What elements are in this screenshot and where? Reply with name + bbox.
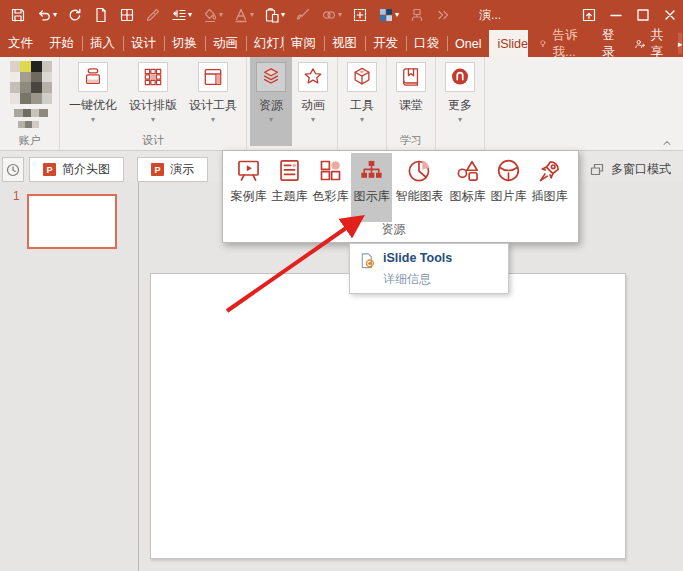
diagram-library-item[interactable]: 图示库: [351, 153, 392, 222]
resources-flyout-menu: 案例库主题库色彩库图示库智能图表图标库图片库插图库 资源: [222, 150, 579, 243]
tabbar-expand-arrow[interactable]: ▸: [678, 33, 683, 54]
ribbon-group-resources: 资源▾动画▾: [247, 57, 338, 150]
ribbon-display-options-button[interactable]: [575, 0, 602, 30]
flyout-item-label: 图片库: [491, 188, 527, 205]
ribbon-button-label: 一键优化: [69, 97, 117, 114]
slide-thumbnail[interactable]: [27, 194, 117, 249]
maximize-button[interactable]: [629, 0, 656, 30]
indent-arrow-button[interactable]: ▾: [169, 5, 194, 25]
ribbon-tab-review[interactable]: 审阅: [283, 30, 324, 57]
undo-icon: [36, 7, 52, 23]
color-library-item[interactable]: 色彩库: [310, 153, 351, 222]
animation-icon: [298, 62, 328, 92]
smart-chart-icon: [406, 157, 433, 184]
format-brush-button[interactable]: [293, 5, 313, 25]
multi-window-mode-button[interactable]: 多窗口模式: [578, 157, 683, 182]
dropdown-caret-icon: ▾: [53, 11, 57, 19]
classroom-icon: [399, 65, 423, 89]
format-brush-icon: [295, 7, 311, 23]
ribbon-tab-pocket[interactable]: 口袋: [406, 30, 447, 57]
theme-library-item[interactable]: 主题库: [269, 153, 310, 222]
ribbon-tab-view[interactable]: 视图: [324, 30, 365, 57]
cell-grid-button[interactable]: [117, 5, 137, 25]
new-file-button[interactable]: [91, 5, 111, 25]
close-icon: [662, 7, 678, 23]
design-tools-icon: [198, 62, 228, 92]
ribbon-tab-file[interactable]: 文件: [0, 30, 41, 57]
tools-button[interactable]: 工具▾: [341, 57, 383, 124]
flyout-item-label: 色彩库: [313, 188, 349, 205]
dropdown-caret-icon: ▾: [458, 116, 462, 124]
ribbon-button-label: 动画: [301, 97, 325, 114]
slide-editing-surface[interactable]: [150, 273, 626, 559]
ink-bucket-button[interactable]: ▾: [200, 5, 225, 25]
dropdown-caret-icon: ▾: [395, 11, 399, 19]
ribbon-tab-onenote[interactable]: Onel: [447, 30, 489, 57]
ribbon-tab-design[interactable]: 设计: [123, 30, 164, 57]
history-button[interactable]: [2, 157, 24, 182]
paste-button[interactable]: ▾: [262, 5, 287, 25]
collapse-ribbon-button[interactable]: [659, 135, 675, 147]
ribbon-tab-transitions[interactable]: 切换: [164, 30, 205, 57]
ribbon-display-options-icon: [581, 7, 597, 23]
ribbon-tab-home[interactable]: 开始: [41, 30, 82, 57]
ribbon-tab-slideshow[interactable]: 幻灯片: [246, 30, 283, 57]
document-tab-label: 演示: [170, 161, 194, 178]
slide-number: 1: [13, 189, 20, 203]
account-avatar[interactable]: [9, 61, 53, 135]
document-tab-1[interactable]: P简介头图: [29, 157, 124, 182]
ribbon-tab-animations[interactable]: 动画: [205, 30, 246, 57]
diagram-library-icon: [358, 157, 385, 184]
multi-window-label: 多窗口模式: [611, 161, 671, 178]
one-key-optimize-button[interactable]: 一键优化▾: [63, 57, 123, 124]
illustration-library-item[interactable]: 插图库: [529, 153, 570, 222]
fit-window-button[interactable]: [350, 5, 370, 25]
ribbon-button-label: 设计工具: [189, 97, 237, 114]
close-button[interactable]: [656, 0, 683, 30]
tooltip-title: iSlide Tools: [383, 251, 452, 265]
window-title: 演...: [479, 7, 501, 24]
dropdown-caret-icon: ▾: [219, 11, 223, 19]
table-colored-button[interactable]: ▾: [376, 5, 401, 25]
multi-window-icon: [589, 162, 605, 178]
minimize-button[interactable]: [602, 0, 629, 30]
case-library-item[interactable]: 案例库: [228, 153, 269, 222]
design-layout-button[interactable]: 设计排版▾: [123, 57, 183, 124]
resources-button[interactable]: 资源▾: [250, 57, 292, 146]
icon-library-item[interactable]: 图标库: [447, 153, 488, 222]
ribbon-group-study: 课堂学习: [387, 57, 436, 150]
ribbon-group-tools: 工具▾: [338, 57, 387, 150]
document-tab-2[interactable]: P演示: [137, 157, 208, 182]
slide-thumbnails-panel: 1: [0, 182, 139, 571]
ribbon-button-label: 课堂: [399, 97, 423, 114]
port-button[interactable]: [407, 5, 427, 25]
cell-grid-icon: [119, 7, 135, 23]
ribbon-tab-developer[interactable]: 开发: [365, 30, 406, 57]
shapes-circles-button[interactable]: ▾: [319, 5, 344, 25]
design-tools-button[interactable]: 设计工具▾: [183, 57, 243, 124]
share-button[interactable]: 共享: [624, 30, 678, 57]
document-tab-label: 简介头图: [62, 161, 110, 178]
ribbon-tab-islide[interactable]: iSlide: [489, 30, 528, 57]
picture-library-item[interactable]: 图片库: [488, 153, 529, 222]
design-tools-icon: [201, 65, 225, 89]
chevrons-button[interactable]: [433, 5, 453, 25]
font-color-icon: [233, 7, 249, 23]
eyedropper-button[interactable]: [143, 5, 163, 25]
flyout-group-label: 资源: [223, 221, 564, 238]
redo-button[interactable]: [65, 5, 85, 25]
font-color-button[interactable]: ▾: [231, 5, 256, 25]
animation-icon: [301, 65, 325, 89]
ribbon-tab-bar: 文件开始插入设计切换动画幻灯片审阅视图开发口袋OneliSlide 告诉我...…: [0, 30, 683, 57]
save-button[interactable]: [8, 5, 28, 25]
smart-chart-item[interactable]: 智能图表: [392, 153, 447, 222]
tell-me-box[interactable]: 告诉我...: [528, 30, 592, 57]
ribbon-tab-insert[interactable]: 插入: [82, 30, 123, 57]
animation-button[interactable]: 动画▾: [292, 57, 334, 124]
classroom-button[interactable]: 课堂: [390, 57, 432, 114]
sign-in-button[interactable]: 登录: [592, 30, 625, 57]
more-button[interactable]: 更多▾: [439, 57, 481, 124]
tell-me-label: 告诉我...: [553, 27, 582, 61]
undo-button[interactable]: ▾: [34, 5, 59, 25]
dropdown-caret-icon: ▾: [211, 116, 215, 124]
